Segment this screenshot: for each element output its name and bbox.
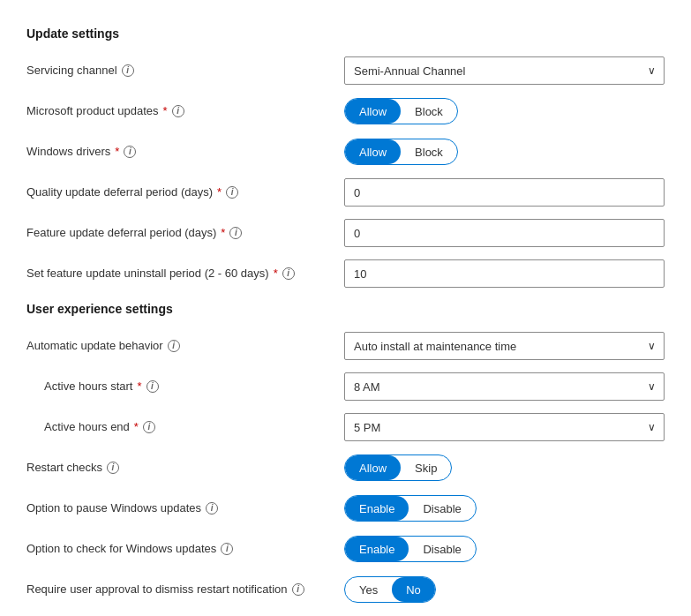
require-user-approval-row: Require user approval to dismiss restart… <box>26 575 665 604</box>
require-user-approval-info-icon[interactable]: i <box>292 583 304 596</box>
require-user-approval-toggle: Yes No <box>344 576 436 603</box>
restart-checks-row: Restart checks i Allow Skip <box>26 454 665 482</box>
require-user-approval-control: Yes No <box>344 576 665 603</box>
servicing-channel-text: Servicing channel <box>26 64 117 79</box>
microsoft-product-updates-required: * <box>163 104 168 119</box>
pause-windows-updates-disable-button[interactable]: Disable <box>409 496 475 521</box>
active-hours-end-text: Active hours end <box>44 420 130 435</box>
windows-drivers-info-icon[interactable]: i <box>124 146 136 158</box>
check-windows-updates-info-icon[interactable]: i <box>221 543 233 555</box>
restart-checks-text: Restart checks <box>26 461 102 476</box>
restart-checks-toggle: Allow Skip <box>344 454 452 481</box>
pause-windows-updates-text: Option to pause Windows updates <box>26 501 201 516</box>
windows-drivers-allow-button[interactable]: Allow <box>345 139 401 164</box>
active-hours-start-dropdown[interactable]: 8 AM 6 AM 7 AM 9 AM 10 AM <box>344 372 665 401</box>
restart-checks-control: Allow Skip <box>344 454 665 481</box>
update-settings-section: Update settings Servicing channel i Semi… <box>26 26 665 288</box>
check-windows-updates-disable-button[interactable]: Disable <box>409 537 475 561</box>
microsoft-product-updates-label: Microsoft product updates * i <box>26 104 344 119</box>
active-hours-start-control: 8 AM 6 AM 7 AM 9 AM 10 AM <box>344 372 665 401</box>
automatic-update-behavior-text: Automatic update behavior <box>26 339 163 354</box>
automatic-update-behavior-dropdown[interactable]: Auto install at maintenance time Auto in… <box>344 332 665 360</box>
update-settings-title: Update settings <box>26 26 665 41</box>
quality-update-deferral-control <box>344 178 665 207</box>
feature-update-uninstall-control <box>344 259 665 288</box>
pause-windows-updates-toggle: Enable Disable <box>344 495 477 522</box>
servicing-channel-info-icon[interactable]: i <box>122 64 134 77</box>
active-hours-start-required: * <box>137 379 141 394</box>
active-hours-end-control: 5 PM 4 PM 6 PM 7 PM 8 PM <box>344 413 665 441</box>
active-hours-end-dropdown-wrapper: 5 PM 4 PM 6 PM 7 PM 8 PM <box>344 413 665 441</box>
check-windows-updates-text: Option to check for Windows updates <box>26 542 216 557</box>
quality-update-deferral-required: * <box>217 185 222 200</box>
require-user-approval-no-button[interactable]: No <box>392 577 435 602</box>
require-user-approval-text: Require user approval to dismiss restart… <box>26 582 288 597</box>
feature-update-deferral-label: Feature update deferral period (days) * … <box>26 226 344 241</box>
user-experience-section: User experience settings Automatic updat… <box>26 302 665 616</box>
microsoft-product-updates-info-icon[interactable]: i <box>172 105 184 117</box>
check-windows-updates-label: Option to check for Windows updates i <box>26 542 344 557</box>
feature-update-uninstall-text: Set feature update uninstall period (2 -… <box>26 267 269 282</box>
microsoft-product-updates-row: Microsoft product updates * i Allow Bloc… <box>26 97 665 125</box>
windows-drivers-toggle: Allow Block <box>344 139 458 165</box>
feature-update-deferral-info-icon[interactable]: i <box>229 227 242 239</box>
restart-checks-info-icon[interactable]: i <box>107 462 119 474</box>
user-experience-title: User experience settings <box>26 302 665 316</box>
active-hours-end-info-icon[interactable]: i <box>143 421 155 433</box>
feature-update-deferral-row: Feature update deferral period (days) * … <box>26 219 665 247</box>
active-hours-start-info-icon[interactable]: i <box>146 380 159 393</box>
active-hours-start-row: Active hours start * i 8 AM 6 AM 7 AM 9 … <box>26 372 665 401</box>
active-hours-end-row: Active hours end * i 5 PM 4 PM 6 PM 7 PM… <box>26 413 665 441</box>
quality-update-deferral-info-icon[interactable]: i <box>226 186 238 199</box>
windows-drivers-text: Windows drivers <box>26 145 110 160</box>
pause-windows-updates-info-icon[interactable]: i <box>206 502 218 515</box>
feature-update-deferral-control <box>344 219 665 247</box>
microsoft-product-updates-block-button[interactable]: Block <box>401 99 457 124</box>
microsoft-product-updates-toggle: Allow Block <box>344 98 458 124</box>
automatic-update-behavior-row: Automatic update behavior i Auto install… <box>26 332 665 360</box>
pause-windows-updates-label: Option to pause Windows updates i <box>26 501 344 516</box>
restart-checks-skip-button[interactable]: Skip <box>401 455 451 480</box>
windows-drivers-required: * <box>115 145 119 160</box>
microsoft-product-updates-control: Allow Block <box>344 98 665 124</box>
active-hours-end-dropdown[interactable]: 5 PM 4 PM 6 PM 7 PM 8 PM <box>344 413 665 441</box>
require-user-approval-yes-button[interactable]: Yes <box>345 577 392 602</box>
active-hours-start-label: Active hours start * i <box>26 379 344 394</box>
active-hours-end-label: Active hours end * i <box>26 420 344 435</box>
restart-checks-allow-button[interactable]: Allow <box>345 455 401 480</box>
automatic-update-behavior-info-icon[interactable]: i <box>168 340 180 352</box>
active-hours-end-required: * <box>134 420 139 435</box>
feature-update-uninstall-row: Set feature update uninstall period (2 -… <box>26 259 665 288</box>
quality-update-deferral-label: Quality update deferral period (days) * … <box>26 185 344 200</box>
servicing-channel-control: Semi-Annual Channel Semi-Annual Channel … <box>344 56 665 85</box>
servicing-channel-dropdown[interactable]: Semi-Annual Channel Semi-Annual Channel … <box>344 56 665 85</box>
pause-windows-updates-enable-button[interactable]: Enable <box>345 496 409 521</box>
automatic-update-behavior-dropdown-wrapper: Auto install at maintenance time Auto in… <box>344 332 665 360</box>
windows-drivers-label: Windows drivers * i <box>26 145 344 160</box>
check-windows-updates-enable-button[interactable]: Enable <box>345 537 409 561</box>
microsoft-product-updates-text: Microsoft product updates <box>26 104 159 119</box>
quality-update-deferral-input[interactable] <box>344 178 665 207</box>
restart-checks-label: Restart checks i <box>26 461 344 476</box>
require-user-approval-label: Require user approval to dismiss restart… <box>26 582 344 597</box>
active-hours-start-text: Active hours start <box>44 379 132 394</box>
servicing-channel-dropdown-wrapper: Semi-Annual Channel Semi-Annual Channel … <box>344 56 665 85</box>
feature-update-uninstall-info-icon[interactable]: i <box>282 267 295 280</box>
servicing-channel-row: Servicing channel i Semi-Annual Channel … <box>26 56 665 85</box>
windows-drivers-block-button[interactable]: Block <box>401 139 457 164</box>
quality-update-deferral-text: Quality update deferral period (days) <box>26 185 213 200</box>
quality-update-deferral-row: Quality update deferral period (days) * … <box>26 178 665 207</box>
windows-drivers-row: Windows drivers * i Allow Block <box>26 138 665 166</box>
feature-update-deferral-required: * <box>221 226 225 241</box>
feature-update-deferral-input[interactable] <box>344 219 665 247</box>
servicing-channel-label: Servicing channel i <box>26 64 344 79</box>
feature-update-uninstall-input[interactable] <box>344 259 665 288</box>
microsoft-product-updates-allow-button[interactable]: Allow <box>345 99 401 124</box>
feature-update-uninstall-label: Set feature update uninstall period (2 -… <box>26 267 344 282</box>
check-windows-updates-row: Option to check for Windows updates i En… <box>26 535 665 563</box>
feature-update-uninstall-required: * <box>274 267 278 282</box>
windows-drivers-control: Allow Block <box>344 139 665 165</box>
automatic-update-behavior-control: Auto install at maintenance time Auto in… <box>344 332 665 360</box>
pause-windows-updates-control: Enable Disable <box>344 495 665 522</box>
pause-windows-updates-row: Option to pause Windows updates i Enable… <box>26 494 665 522</box>
